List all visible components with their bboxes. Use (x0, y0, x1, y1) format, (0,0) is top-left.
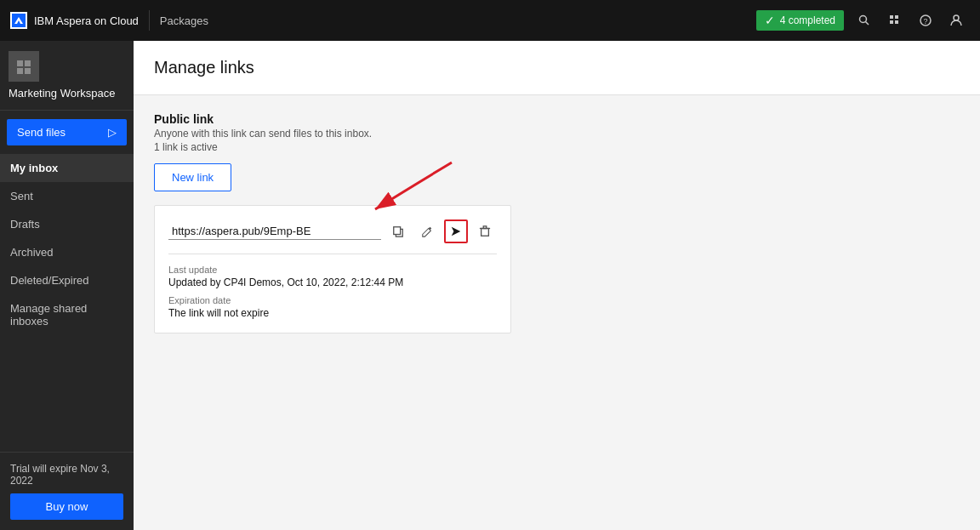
sidebar-item-manage-shared[interactable]: Manage shared inboxes (0, 294, 134, 335)
svg-rect-10 (17, 60, 23, 66)
last-update-value: Updated by CP4I Demos, Oct 10, 2022, 2:1… (168, 276, 497, 288)
svg-point-1 (860, 16, 867, 23)
check-icon: ✓ (765, 14, 775, 27)
link-metadata: Last update Updated by CP4I Demos, Oct 1… (168, 265, 497, 319)
workspace-icon (9, 51, 39, 82)
send-files-button[interactable]: Send files ▷ (7, 119, 127, 145)
user-button[interactable] (943, 7, 970, 34)
svg-rect-11 (25, 60, 31, 66)
svg-rect-4 (895, 15, 898, 19)
svg-rect-3 (890, 15, 893, 19)
sidebar-item-my-inbox[interactable]: My inbox (0, 154, 134, 182)
brand: IBM Aspera on Cloud (10, 12, 139, 29)
sidebar-item-drafts[interactable]: Drafts (0, 210, 134, 238)
link-card: Last update Updated by CP4I Demos, Oct 1… (154, 205, 511, 333)
section-description: Anyone with this link can send files to … (154, 128, 960, 140)
sidebar-item-archived[interactable]: Archived (0, 238, 134, 266)
workspace-name: Marketing Workspace (9, 87, 125, 101)
content-area: Public link Anyone with this link can se… (134, 95, 980, 364)
nav-divider (149, 10, 150, 31)
sidebar-item-deleted-expired[interactable]: Deleted/Expired (0, 266, 134, 294)
svg-rect-16 (394, 227, 401, 235)
last-update-label: Last update (168, 265, 497, 275)
new-link-button[interactable]: New link (154, 163, 231, 191)
help-button[interactable]: ? (912, 7, 939, 34)
public-link-section: Public link Anyone with this link can se… (154, 112, 960, 333)
nav-icons: ? (851, 7, 970, 34)
svg-text:?: ? (924, 17, 928, 26)
aspera-logo (10, 12, 27, 29)
svg-rect-19 (483, 226, 487, 229)
sidebar-item-sent[interactable]: Sent (0, 182, 134, 210)
svg-rect-5 (890, 20, 893, 24)
sidebar: Marketing Workspace Send files ▷ My inbo… (0, 41, 134, 530)
sidebar-footer: Trial will expire Nov 3, 2022 Buy now (0, 452, 134, 530)
workspace-header: Marketing Workspace (0, 41, 134, 111)
section-status: 1 link is active (154, 141, 960, 153)
section-title: Public link (154, 112, 960, 126)
link-url-input[interactable] (168, 223, 381, 240)
grid-button[interactable] (881, 7, 909, 34)
main-content: Manage links Public link Anyone with thi… (134, 41, 980, 530)
send-icon: ▷ (108, 126, 117, 139)
page-title: Manage links (154, 58, 960, 77)
search-button[interactable] (851, 7, 878, 34)
svg-rect-12 (17, 68, 23, 74)
svg-rect-6 (895, 20, 898, 24)
svg-rect-18 (481, 229, 489, 237)
sidebar-navigation: My inbox Sent Drafts Archived Deleted/Ex… (0, 154, 134, 452)
packages-link[interactable]: Packages (160, 14, 208, 27)
buy-now-button[interactable]: Buy now (10, 493, 123, 520)
link-row (168, 219, 497, 254)
trial-notice: Trial will expire Nov 3, 2022 (10, 463, 123, 487)
svg-marker-17 (452, 227, 461, 237)
svg-line-2 (866, 22, 869, 26)
svg-point-9 (954, 15, 959, 20)
copy-link-button[interactable] (386, 219, 410, 243)
svg-rect-13 (25, 68, 31, 74)
page-header: Manage links (134, 41, 980, 95)
completed-badge: ✓ 4 completed (756, 10, 844, 31)
edit-link-button[interactable] (415, 219, 439, 243)
delete-link-button[interactable] (473, 219, 497, 243)
link-card-wrapper: Last update Updated by CP4I Demos, Oct 1… (154, 205, 960, 333)
top-navigation: IBM Aspera on Cloud Packages ✓ 4 complet… (0, 0, 980, 41)
expiration-value: The link will not expire (168, 307, 497, 319)
brand-name: IBM Aspera on Cloud (34, 14, 139, 27)
expiration-label: Expiration date (168, 295, 497, 305)
send-link-button[interactable] (444, 219, 468, 243)
